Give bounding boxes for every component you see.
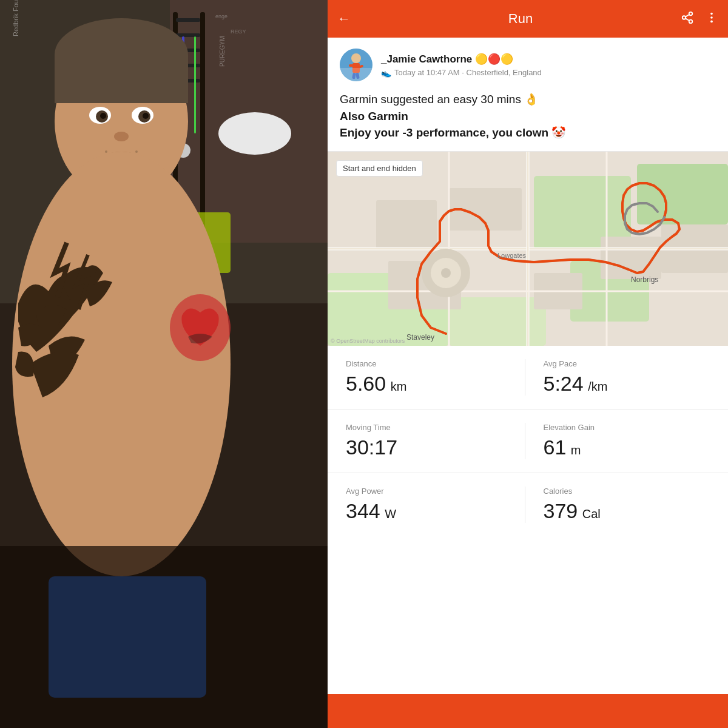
post-section: _Jamie Cawthorne 🟡🔴🟡 👟 Today at 10:47 AM… — [328, 38, 728, 152]
calories-value: 379 — [544, 499, 578, 522]
svg-point-25 — [100, 113, 106, 119]
svg-rect-62 — [637, 164, 728, 224]
svg-text:Norbrigs: Norbrigs — [631, 275, 658, 284]
svg-rect-40 — [49, 576, 206, 698]
selfie-photo: Redbrik Foundation Cheste PUREGYM enge R… — [0, 0, 328, 728]
svg-rect-59 — [356, 73, 360, 79]
svg-rect-6 — [176, 33, 200, 37]
header-title: Run — [360, 11, 681, 27]
post-line1: Garmin suggested an easy 30 mins 👌 — [340, 93, 539, 106]
avg-power-block: Avg Power 344 W — [346, 487, 513, 523]
header-icons — [681, 11, 718, 27]
author-info: _Jamie Cawthorne 🟡🔴🟡 👟 Today at 10:47 AM… — [381, 53, 542, 78]
svg-point-29 — [105, 150, 107, 153]
svg-rect-11 — [231, 121, 279, 143]
svg-line-48 — [686, 18, 689, 21]
svg-point-82 — [441, 268, 451, 278]
calories-block: Calories 379 Cal — [525, 487, 710, 523]
distance-unit: km — [391, 380, 407, 393]
svg-text:Lowgates: Lowgates — [497, 252, 527, 259]
calories-unit: Cal — [582, 507, 601, 521]
post-author-row: _Jamie Cawthorne 🟡🔴🟡 👟 Today at 10:47 AM… — [340, 49, 716, 81]
svg-point-27 — [114, 132, 129, 141]
bottom-bar — [328, 694, 728, 728]
avg-power-value: 344 — [346, 499, 380, 522]
back-button[interactable]: ← — [337, 11, 351, 27]
map-svg: Norbrigs Staveley Lowgates © OpenStreetM… — [328, 152, 728, 346]
svg-text:enge: enge — [215, 13, 228, 19]
svg-point-50 — [710, 12, 713, 15]
svg-point-54 — [351, 53, 361, 63]
svg-text:Staveley: Staveley — [406, 333, 434, 342]
avatar — [340, 49, 372, 81]
avg-power-unit: W — [385, 507, 396, 521]
stats-section: Distance 5.60 km Avg Pace 5:24 /km Movin… — [328, 346, 728, 694]
app-header: ← Run — [328, 0, 728, 38]
stats-row-2: Moving Time 30:17 Elevation Gain 61 m — [328, 410, 728, 473]
svg-text:PUREGYM: PUREGYM — [219, 36, 226, 67]
author-meta: 👟 Today at 10:47 AM · Chesterfield, Engl… — [381, 68, 542, 78]
svg-point-26 — [143, 113, 149, 119]
author-name: _Jamie Cawthorne 🟡🔴🟡 — [381, 53, 542, 66]
elevation-value: 61 — [544, 436, 567, 459]
svg-rect-66 — [376, 200, 437, 249]
distance-block: Distance 5.60 km — [346, 359, 513, 396]
elevation-unit: m — [571, 443, 581, 457]
svg-point-32 — [135, 150, 138, 153]
stats-row-3: Avg Power 344 W Calories 379 Cal — [328, 473, 728, 536]
elevation-label: Elevation Gain — [544, 423, 595, 432]
post-line3: Enjoy your -3 performance, you clown 🤡 — [340, 126, 566, 139]
svg-text:© OpenStreetMap contributors: © OpenStreetMap contributors — [331, 338, 405, 344]
stats-row-1: Distance 5.60 km Avg Pace 5:24 /km — [328, 346, 728, 410]
svg-text:Redbrik Foundation Cheste: Redbrik Foundation Cheste — [12, 0, 19, 36]
svg-line-49 — [686, 14, 689, 16]
svg-point-51 — [710, 16, 713, 19]
distance-value: 5.60 — [346, 372, 386, 395]
elevation-block: Elevation Gain 61 m — [525, 423, 710, 459]
post-text: Garmin suggested an easy 30 mins 👌 Also … — [340, 91, 716, 141]
moving-time-label: Moving Time — [346, 423, 391, 432]
svg-text:REGY: REGY — [231, 29, 246, 35]
moving-time-block: Moving Time 30:17 — [346, 423, 513, 459]
photo-svg: Redbrik Foundation Cheste PUREGYM enge R… — [0, 0, 328, 728]
avg-pace-label: Avg Pace — [544, 359, 577, 368]
moving-time-value: 30:17 — [346, 436, 397, 459]
avg-pace-unit: /km — [588, 380, 607, 393]
photo-panel: Redbrik Foundation Cheste PUREGYM enge R… — [0, 0, 328, 728]
more-button[interactable] — [705, 11, 718, 27]
svg-rect-56 — [349, 64, 355, 67]
svg-rect-14 — [194, 36, 196, 133]
share-button[interactable] — [681, 11, 694, 27]
svg-rect-58 — [352, 73, 356, 79]
svg-rect-4 — [200, 12, 205, 243]
distance-label: Distance — [346, 359, 377, 368]
app-panel: ← Run — [328, 0, 728, 728]
svg-rect-20 — [55, 55, 188, 103]
svg-point-52 — [710, 20, 713, 22]
calories-label: Calories — [544, 487, 573, 496]
avg-pace-value: 5:24 — [544, 372, 584, 395]
map-badge: Start and end hidden — [336, 160, 423, 177]
run-icon: 👟 — [381, 68, 391, 78]
map-section: Start and end hidden — [328, 152, 728, 346]
avg-pace-block: Avg Pace 5:24 /km — [525, 359, 710, 396]
svg-rect-65 — [449, 297, 546, 346]
author-meta-text: Today at 10:47 AM · Chesterfield, Englan… — [394, 68, 542, 77]
post-line2: Also Garmin — [340, 110, 408, 123]
svg-rect-5 — [176, 18, 200, 22]
avg-power-label: Avg Power — [346, 487, 384, 496]
